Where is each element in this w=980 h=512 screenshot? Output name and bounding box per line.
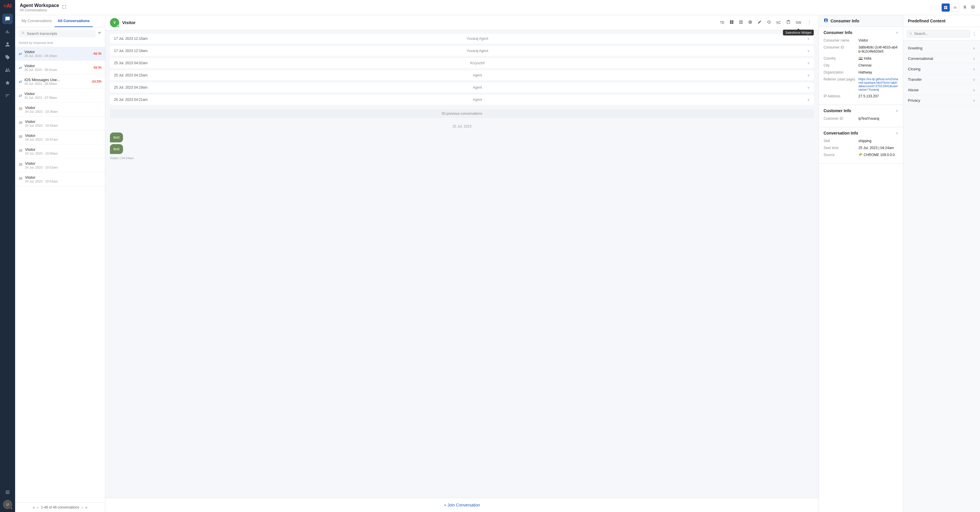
nav-icon-conversations[interactable] <box>2 14 13 24</box>
conv-item-date: 24 Jul. 2023 - 10:47am <box>25 138 102 141</box>
tab-target[interactable] <box>746 19 755 27</box>
history-header[interactable]: 17 Jul. 2023 12:15am Yuvaraj Agent ∨ <box>110 34 814 44</box>
nav-icon-contacts[interactable] <box>2 39 13 50</box>
consumer-info-section: Consumer Info ∧ Consumer name Visitor Co… <box>819 27 903 105</box>
tab-widget[interactable] <box>727 19 736 27</box>
consumer-info-section-header[interactable]: Consumer Info ∧ <box>819 27 903 38</box>
conv-item-content: Visitor 24 Jul. 2023 - 10:43am <box>25 119 102 127</box>
next-page-button[interactable]: › <box>81 505 83 510</box>
nav-icon-agents[interactable] <box>2 65 13 75</box>
last-page-button[interactable]: » <box>85 505 88 510</box>
info-row-consumer-name: Consumer name Visitor <box>824 38 898 43</box>
tab-my-conversations[interactable]: My Conversations <box>19 15 55 27</box>
info-value-link[interactable]: https://vx-lp.github.io/v2/shared-spa/sp… <box>858 77 898 91</box>
list-item[interactable]: Visitor 24 Jul. 2023 - 10:36am <box>15 103 105 117</box>
history-item[interactable]: 25 Jul. 2023 04:02am Krzysztof ∨ <box>110 58 814 68</box>
history-agent: Yuvaraj Agent <box>467 36 488 41</box>
search-input-wrap <box>19 30 95 38</box>
predefined-category-label: Conversational <box>908 56 933 61</box>
svg-rect-0 <box>730 21 731 22</box>
nav-icon-apps[interactable] <box>2 487 13 498</box>
predefined-category-transfer[interactable]: Transfer ∨ <box>903 75 980 85</box>
header-title-group: Agent Workspace All Conversations <box>20 3 59 12</box>
list-item[interactable]: ⇄ iOS Messages Use... 28 Jul. 2023 - 08:… <box>15 75 105 89</box>
history-item[interactable]: 25 Jul. 2023 04:15am Agent ∨ <box>110 70 814 80</box>
tab-te[interactable]: TE <box>718 19 727 26</box>
app-title: Agent Workspace <box>20 3 59 8</box>
list-item[interactable]: ⇄ Visitor 26 Jul. 2023 - 05:01am -5d 3h <box>15 61 105 75</box>
list-item[interactable]: ⇄ Visitor 25 Jul. 2023 - 04:24am -6d 3h <box>15 47 105 61</box>
history-item[interactable]: 25 Jul. 2023 04:21am Agent ∨ <box>110 95 814 105</box>
list-item[interactable]: Visitor 24 Jul. 2023 - 10:50am <box>15 144 105 159</box>
list-view-button[interactable] <box>951 3 959 12</box>
expand-icon[interactable] <box>62 5 67 10</box>
history-date: 25 Jul. 2023 04:15am <box>114 73 148 77</box>
history-item[interactable]: 17 Jul. 2023 12:15am Yuvaraj Agent ∨ <box>110 34 814 44</box>
list-item[interactable]: Visitor 24 Jul. 2023 - 10:53am <box>15 172 105 186</box>
list-item[interactable]: Visitor 24 Jul. 2023 - 10:43am <box>15 117 105 130</box>
conv-item-content: Visitor 26 Jul. 2023 - 05:01am <box>24 63 91 71</box>
tab-grid[interactable] <box>737 19 745 27</box>
grid-view-button[interactable] <box>942 3 950 12</box>
predefined-category-label: Privacy <box>908 98 920 103</box>
nav-icon-reports[interactable] <box>2 27 13 37</box>
predefined-search-input[interactable] <box>914 32 967 36</box>
message-bubble: test <box>110 144 123 154</box>
predefined-category-greeting[interactable]: Greeting ∨ <box>903 43 980 54</box>
predefined-category-closing[interactable]: Closing ∨ <box>903 64 980 75</box>
first-page-button[interactable]: « <box>33 505 35 510</box>
content-area: My Conversations All Conversations Sorte… <box>15 15 980 512</box>
prev-page-button[interactable]: ‹ <box>37 505 39 510</box>
customer-info-section-header[interactable]: Customer Info ∧ <box>819 105 903 117</box>
predefined-category-conversational[interactable]: Conversational ∨ <box>903 54 980 64</box>
history-agent: Yuvaraj Agent <box>467 49 488 53</box>
chat-more-button[interactable]: ⋮ <box>805 19 814 27</box>
conversation-info-section-header[interactable]: Conversation Info ∧ <box>819 127 903 139</box>
tab-history[interactable] <box>765 19 773 27</box>
history-header[interactable]: 25 Jul. 2023 04:19am Agent ∨ <box>110 82 814 92</box>
nav-icon-tags[interactable] <box>2 52 13 62</box>
history-header[interactable]: 25 Jul. 2023 04:02am Krzysztof ∨ <box>110 58 814 68</box>
conv-item-name: Visitor <box>25 147 102 152</box>
customer-info-section: Customer Info ∧ Customer ID lpTestYuvara… <box>819 105 903 127</box>
info-label: City <box>824 63 858 67</box>
predefined-category-privacy[interactable]: Privacy ∨ <box>903 95 980 106</box>
notification-icon[interactable] <box>963 5 967 10</box>
history-header[interactable]: 25 Jul. 2023 04:15am Agent ∨ <box>110 70 814 80</box>
history-item[interactable]: 25 Jul. 2023 04:19am Agent ∨ <box>110 82 814 92</box>
conv-item-name: Visitor <box>25 161 102 166</box>
conversation-info-collapse-icon: ∧ <box>896 131 898 135</box>
nav-icon-routing[interactable] <box>2 90 13 101</box>
nav-icon-automation[interactable] <box>2 78 13 88</box>
history-item[interactable]: 17 Jul. 2023 12:19am Yuvaraj Agent ∨ <box>110 46 814 56</box>
message-icon <box>19 163 23 168</box>
predefined-category-abuse[interactable]: Abuse ∨ <box>903 85 980 95</box>
history-header[interactable]: 25 Jul. 2023 04:21am Agent ∨ <box>110 95 814 105</box>
tab-sw[interactable]: SW Salesforce Widget <box>793 19 803 26</box>
tab-clipboard[interactable] <box>784 19 793 27</box>
help-icon[interactable] <box>971 5 975 10</box>
history-header[interactable]: 17 Jul. 2023 12:19am Yuvaraj Agent ∨ <box>110 46 814 56</box>
transfer-icon: ⇄ <box>19 79 22 84</box>
info-row-customer-id: Customer ID lpTestYuvaraj <box>824 117 898 120</box>
filter-icon[interactable] <box>97 31 102 36</box>
conv-item-date: 24 Jul. 2023 - 10:50am <box>25 152 102 155</box>
svg-rect-2 <box>730 22 731 24</box>
conv-item-content: iOS Messages Use... 28 Jul. 2023 - 08:58… <box>24 78 89 86</box>
user-avatar[interactable]: U <box>3 500 12 509</box>
message-icon <box>19 135 23 140</box>
list-item[interactable]: Visitor 24 Jul. 2023 - 10:52am <box>15 159 105 172</box>
list-item[interactable]: Visitor 24 Jul. 2023 - 10:47am <box>15 130 105 144</box>
conv-item-date: 24 Jul. 2023 - 10:53am <box>25 179 102 183</box>
tab-all-conversations[interactable]: All Conversations <box>55 15 93 27</box>
join-conversation-button[interactable]: + Join Conversation <box>444 503 480 507</box>
predefined-more-button[interactable]: ⋮ <box>972 31 977 36</box>
list-item[interactable]: ⇄ Visitor 31 Jul. 2023 - 07:58am <box>15 89 105 103</box>
app-logo[interactable]: ≡AI <box>3 3 12 9</box>
tab-edit[interactable] <box>755 19 764 27</box>
predefined-category-label: Transfer <box>908 77 922 82</box>
history-agent: Krzysztof <box>470 61 484 65</box>
search-input[interactable] <box>27 32 93 36</box>
tab-sc[interactable]: SC <box>774 19 783 26</box>
conv-item-date: 24 Jul. 2023 - 10:52am <box>25 166 102 169</box>
